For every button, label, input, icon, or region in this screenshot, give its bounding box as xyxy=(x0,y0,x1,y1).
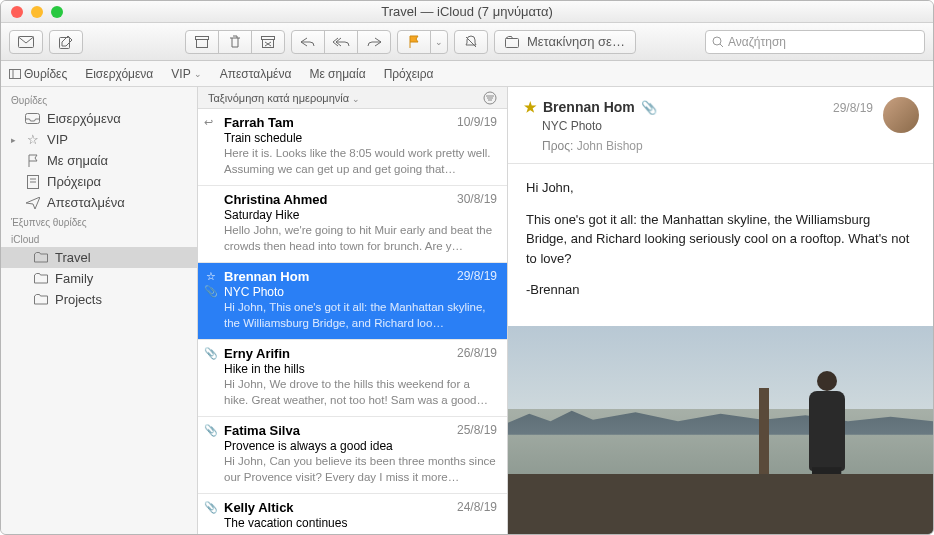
star-icon[interactable]: ★ xyxy=(524,99,537,115)
inbox-icon xyxy=(25,111,40,126)
mute-button[interactable] xyxy=(454,30,488,54)
fav-mailboxes[interactable]: Θυρίδες xyxy=(9,67,67,81)
content-area: Θυρίδες Εισερχόμενα ☆VIP Με σημαία Πρόχε… xyxy=(1,87,933,534)
message-list: Ταξινόμηση κατά ημερομηνία ⌄ ↩Farrah Tam… xyxy=(198,87,508,534)
favorites-bar: Θυρίδες Εισερχόμενα VIP⌄ Απεσταλμένα Με … xyxy=(1,61,933,87)
folder-icon xyxy=(33,271,48,286)
reader-date: 29/8/19 xyxy=(833,101,873,115)
titlebar: Travel — iCloud (7 μηνύματα) xyxy=(1,1,933,23)
message-date: 25/8/19 xyxy=(457,423,497,438)
message-preview: We started out on this journey a little … xyxy=(224,531,497,534)
fav-inbox[interactable]: Εισερχόμενα xyxy=(85,67,153,81)
folder-icon xyxy=(33,292,48,307)
message-row[interactable]: 📎Fatima Silva25/8/19Provence is always a… xyxy=(198,417,507,494)
message-row[interactable]: 📎Kelly Altick24/8/19The vacation continu… xyxy=(198,494,507,534)
star-icon: ☆ xyxy=(206,270,216,283)
attachment-image[interactable] xyxy=(508,326,933,535)
svg-rect-3 xyxy=(197,39,208,47)
reader-to: Προς: John Bishop xyxy=(542,139,917,153)
sidebar-item-vip[interactable]: ☆VIP xyxy=(1,129,197,150)
forward-button[interactable] xyxy=(357,30,391,54)
move-to-label: Μετακίνηση σε… xyxy=(527,34,625,49)
flag-button[interactable] xyxy=(397,30,431,54)
chevron-down-icon: ⌄ xyxy=(352,94,360,104)
attachment-icon: 📎 xyxy=(204,501,218,514)
message-preview: Hello John, we're going to hit Muir earl… xyxy=(224,223,497,254)
message-subject: NYC Photo xyxy=(224,285,497,299)
toolbar: ⌄ Μετακίνηση σε… Αναζήτηση xyxy=(1,23,933,61)
svg-rect-6 xyxy=(506,38,519,47)
attachment-icon: 📎 xyxy=(204,285,218,298)
fav-flagged[interactable]: Με σημαία xyxy=(309,67,365,81)
sent-icon xyxy=(25,195,40,210)
message-preview: Here it is. Looks like the 8:05 would wo… xyxy=(224,146,497,177)
message-date: 30/8/19 xyxy=(457,192,497,207)
message-subject: Provence is always a good idea xyxy=(224,439,497,453)
sidebar-header-mailboxes: Θυρίδες xyxy=(1,91,197,108)
move-icon xyxy=(505,36,521,48)
draft-icon xyxy=(25,174,40,189)
move-to-button[interactable]: Μετακίνηση σε… xyxy=(494,30,636,54)
sort-header[interactable]: Ταξινόμηση κατά ημερομηνία ⌄ xyxy=(198,87,507,109)
attachment-icon: 📎 xyxy=(204,424,218,437)
message-date: 24/8/19 xyxy=(457,500,497,515)
reader-body: Hi John, This one's got it all: the Manh… xyxy=(508,164,933,326)
message-from: Kelly Altick xyxy=(224,500,294,515)
mail-window: Travel — iCloud (7 μηνύματα) ⌄ Μετακίνησ… xyxy=(0,0,934,535)
reader-pane: ★ Brennan Hom 📎 29/8/19 NYC Photo Προς: … xyxy=(508,87,933,534)
message-preview: Hi John, We drove to the hills this week… xyxy=(224,377,497,408)
sidebar-item-travel[interactable]: Travel xyxy=(1,247,197,268)
reader-from: Brennan Hom xyxy=(543,99,635,115)
message-date: 26/8/19 xyxy=(457,346,497,361)
message-from: Erny Arifin xyxy=(224,346,290,361)
compose-button[interactable] xyxy=(49,30,83,54)
reader-subject: NYC Photo xyxy=(542,119,917,133)
message-subject: Hike in the hills xyxy=(224,362,497,376)
fav-vip[interactable]: VIP⌄ xyxy=(171,67,201,81)
junk-button[interactable] xyxy=(251,30,285,54)
message-list-scroll[interactable]: ↩Farrah Tam10/9/19Train scheduleHere it … xyxy=(198,109,507,534)
flag-menu-button[interactable]: ⌄ xyxy=(430,30,448,54)
message-row[interactable]: Christina Ahmed30/8/19Saturday HikeHello… xyxy=(198,186,507,263)
message-row[interactable]: ↩Farrah Tam10/9/19Train scheduleHere it … xyxy=(198,109,507,186)
sidebar-item-flagged[interactable]: Με σημαία xyxy=(1,150,197,171)
message-row[interactable]: ☆📎Brennan Hom29/8/19NYC PhotoHi John, Th… xyxy=(198,263,507,340)
sidebar-item-sent[interactable]: Απεσταλμένα xyxy=(1,192,197,213)
message-date: 10/9/19 xyxy=(457,115,497,130)
delete-button[interactable] xyxy=(218,30,252,54)
reply-all-button[interactable] xyxy=(324,30,358,54)
search-placeholder: Αναζήτηση xyxy=(728,35,786,49)
chevron-down-icon: ⌄ xyxy=(194,69,202,79)
sidebar-item-family[interactable]: Family xyxy=(1,268,197,289)
message-from: Fatima Silva xyxy=(224,423,300,438)
sidebar-item-inbox[interactable]: Εισερχόμενα xyxy=(1,108,197,129)
message-subject: The vacation continues xyxy=(224,516,497,530)
flag-icon xyxy=(25,153,40,168)
svg-point-7 xyxy=(713,37,721,45)
sidebar: Θυρίδες Εισερχόμενα ☆VIP Με σημαία Πρόχε… xyxy=(1,87,198,534)
search-icon xyxy=(712,36,724,48)
fav-sent[interactable]: Απεσταλμένα xyxy=(220,67,292,81)
message-row[interactable]: 📎Erny Arifin26/8/19Hike in the hillsHi J… xyxy=(198,340,507,417)
reply-button[interactable] xyxy=(291,30,325,54)
sidebar-header-icloud: iCloud xyxy=(1,230,197,247)
sidebar-item-drafts[interactable]: Πρόχειρα xyxy=(1,171,197,192)
folder-icon xyxy=(33,250,48,265)
svg-rect-8 xyxy=(10,69,21,78)
reader-header: ★ Brennan Hom 📎 29/8/19 NYC Photo Προς: … xyxy=(508,87,933,164)
attachment-icon: 📎 xyxy=(204,347,218,360)
search-field[interactable]: Αναζήτηση xyxy=(705,30,925,54)
message-preview: Hi John, Can you believe its been three … xyxy=(224,454,497,485)
message-date: 29/8/19 xyxy=(457,269,497,284)
sidebar-header-smart: Έξυπνες θυρίδες xyxy=(1,213,197,230)
get-mail-button[interactable] xyxy=(9,30,43,54)
svg-rect-0 xyxy=(19,36,34,47)
message-subject: Saturday Hike xyxy=(224,208,497,222)
attachment-icon: 📎 xyxy=(641,100,657,115)
archive-button[interactable] xyxy=(185,30,219,54)
fav-drafts[interactable]: Πρόχειρα xyxy=(384,67,434,81)
filter-icon[interactable] xyxy=(483,91,497,105)
sidebar-item-projects[interactable]: Projects xyxy=(1,289,197,310)
avatar[interactable] xyxy=(883,97,919,133)
sidebar-icon xyxy=(9,69,21,79)
